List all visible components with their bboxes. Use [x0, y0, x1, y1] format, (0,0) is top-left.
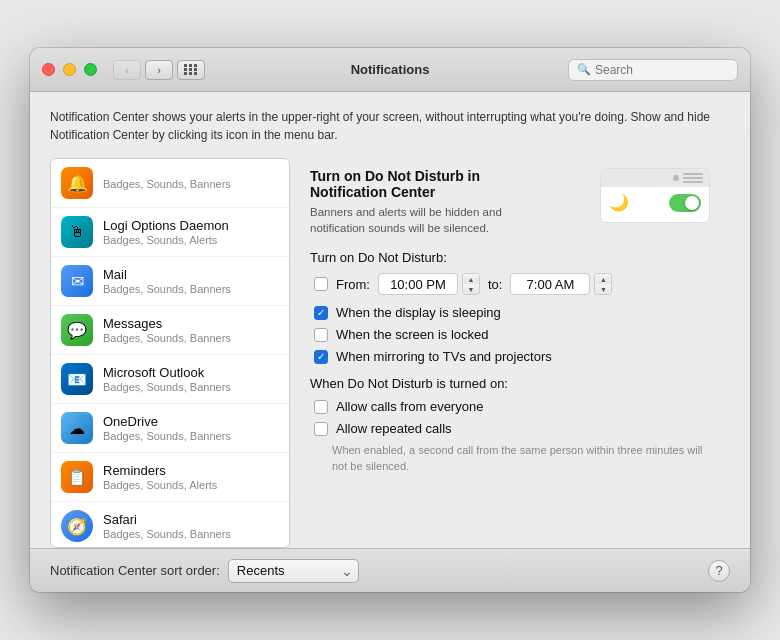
chevron-left-icon: ‹ — [125, 64, 129, 76]
when-on-label: When Do Not Disturb is turned on: — [310, 376, 710, 391]
to-time-input[interactable] — [510, 273, 590, 295]
sidebar-item-messages[interactable]: 💬 Messages Badges, Sounds, Banners — [51, 306, 289, 355]
checkbox-mirroring[interactable] — [314, 350, 328, 364]
close-button[interactable] — [42, 63, 55, 76]
nav-buttons: ‹ › — [113, 60, 173, 80]
sidebar: 🔔 Badges, Sounds, Banners 🖱 Logi Options… — [50, 158, 290, 548]
forward-button[interactable]: › — [145, 60, 173, 80]
to-time-group: ▲ ▼ — [510, 273, 612, 295]
from-time-up[interactable]: ▲ — [463, 274, 479, 284]
from-label: From: — [336, 277, 370, 292]
time-row: From: ▲ ▼ to: ▲ ▼ — [310, 273, 710, 295]
minimize-button[interactable] — [63, 63, 76, 76]
app-icon-mail: ✉ — [61, 265, 93, 297]
label-screen-locked: When the screen is locked — [336, 327, 488, 342]
outlook-icon: 📧 — [67, 370, 87, 389]
checkbox-allow-repeated[interactable] — [314, 422, 328, 436]
checkbox-allow-calls[interactable] — [314, 400, 328, 414]
app-icon-reminders: 📋 — [61, 461, 93, 493]
app-name-messages: Messages — [103, 316, 279, 331]
search-icon: 🔍 — [577, 63, 591, 76]
safari-icon: 🧭 — [67, 517, 87, 536]
app-icon-onedrive: ☁ — [61, 412, 93, 444]
description-text: Notification Center shows your alerts in… — [50, 108, 730, 144]
sort-order-label: Notification Center sort order: — [50, 563, 220, 578]
time-enable-checkbox[interactable] — [314, 277, 328, 291]
chevron-right-icon: › — [157, 64, 161, 76]
main-area: 🔔 Badges, Sounds, Banners 🖱 Logi Options… — [50, 158, 730, 548]
help-button[interactable]: ? — [708, 560, 730, 582]
sort-select-wrapper: Recents Recents by App Manually by App ⌄ — [228, 559, 359, 583]
from-time-stepper: ▲ ▼ — [462, 273, 480, 295]
sidebar-item-notification-center[interactable]: 🔔 Badges, Sounds, Banners — [51, 159, 289, 208]
question-mark-icon: ? — [715, 563, 722, 578]
app-icon-messages: 💬 — [61, 314, 93, 346]
checkbox-screen-locked[interactable] — [314, 328, 328, 342]
preview-lines — [683, 173, 703, 183]
from-time-input[interactable] — [378, 273, 458, 295]
traffic-lights — [42, 63, 97, 76]
reminders-icon: 📋 — [67, 468, 87, 487]
label-display-sleeping: When the display is sleeping — [336, 305, 501, 320]
messages-icon: 💬 — [67, 321, 87, 340]
checkbox-display-sleeping[interactable] — [314, 306, 328, 320]
onedrive-icon: ☁ — [69, 419, 85, 438]
to-time-up[interactable]: ▲ — [595, 274, 611, 284]
search-box[interactable]: 🔍 — [568, 59, 738, 81]
sort-order-select[interactable]: Recents Recents by App Manually by App — [228, 559, 359, 583]
app-icon-safari: 🧭 — [61, 510, 93, 542]
app-sub-reminders: Badges, Sounds, Alerts — [103, 479, 279, 491]
sidebar-item-onedrive[interactable]: ☁ OneDrive Badges, Sounds, Banners — [51, 404, 289, 453]
search-input[interactable] — [595, 63, 729, 77]
bottom-bar: Notification Center sort order: Recents … — [30, 548, 750, 592]
dnd-preview-body: 🌙 — [601, 187, 709, 218]
app-name-reminders: Reminders — [103, 463, 279, 478]
fullscreen-button[interactable] — [84, 63, 97, 76]
app-sub-outlook: Badges, Sounds, Banners — [103, 381, 279, 393]
checkbox-row-display: When the display is sleeping — [310, 305, 710, 320]
dnd-preview-card: 🌙 — [600, 168, 710, 223]
app-name-mail: Mail — [103, 267, 279, 282]
sidebar-item-logi-options[interactable]: 🖱 Logi Options Daemon Badges, Sounds, Al… — [51, 208, 289, 257]
logi-icon: 🖱 — [69, 223, 85, 241]
sidebar-item-safari[interactable]: 🧭 Safari Badges, Sounds, Banners — [51, 502, 289, 548]
app-name-logi: Logi Options Daemon — [103, 218, 279, 233]
to-label: to: — [488, 277, 502, 292]
app-sub-messages: Badges, Sounds, Banners — [103, 332, 279, 344]
to-time-down[interactable]: ▼ — [595, 284, 611, 294]
dnd-toggle[interactable] — [669, 194, 701, 212]
mail-icon: ✉ — [71, 272, 84, 291]
checkbox-row-allow-calls: Allow calls from everyone — [310, 399, 710, 414]
app-info-logi: Logi Options Daemon Badges, Sounds, Aler… — [103, 218, 279, 246]
app-name-safari: Safari — [103, 512, 279, 527]
app-icon-notification-center: 🔔 — [61, 167, 93, 199]
label-allow-calls: Allow calls from everyone — [336, 399, 483, 414]
window-title: Notifications — [351, 62, 430, 77]
grid-view-button[interactable] — [177, 60, 205, 80]
app-icon-outlook: 📧 — [61, 363, 93, 395]
from-time-group: ▲ ▼ — [378, 273, 480, 295]
app-sub-logi: Badges, Sounds, Alerts — [103, 234, 279, 246]
app-info-safari: Safari Badges, Sounds, Banners — [103, 512, 279, 540]
from-time-down[interactable]: ▼ — [463, 284, 479, 294]
sidebar-item-reminders[interactable]: 📋 Reminders Badges, Sounds, Alerts — [51, 453, 289, 502]
app-info-onedrive: OneDrive Badges, Sounds, Banners — [103, 414, 279, 442]
app-info-notification-center: Badges, Sounds, Banners — [103, 177, 279, 190]
label-allow-repeated: Allow repeated calls — [336, 421, 452, 436]
to-time-stepper: ▲ ▼ — [594, 273, 612, 295]
app-info-outlook: Microsoft Outlook Badges, Sounds, Banner… — [103, 365, 279, 393]
sidebar-item-mail[interactable]: ✉ Mail Badges, Sounds, Banners — [51, 257, 289, 306]
app-icon-logi: 🖱 — [61, 216, 93, 248]
dnd-preview-bar — [601, 169, 709, 187]
note-text: When enabled, a second call from the sam… — [332, 443, 710, 474]
checkbox-row-screen-locked: When the screen is locked — [310, 327, 710, 342]
sidebar-item-outlook[interactable]: 📧 Microsoft Outlook Badges, Sounds, Bann… — [51, 355, 289, 404]
app-name-onedrive: OneDrive — [103, 414, 279, 429]
titlebar: ‹ › Notifications 🔍 — [30, 48, 750, 92]
right-panel: 🌙 Turn on Do Not Disturb inNotification … — [290, 158, 730, 548]
app-info-reminders: Reminders Badges, Sounds, Alerts — [103, 463, 279, 491]
label-mirroring: When mirroring to TVs and projectors — [336, 349, 552, 364]
notifications-window: ‹ › Notifications 🔍 Notification Center … — [30, 48, 750, 592]
back-button[interactable]: ‹ — [113, 60, 141, 80]
app-sub-safari: Badges, Sounds, Banners — [103, 528, 279, 540]
